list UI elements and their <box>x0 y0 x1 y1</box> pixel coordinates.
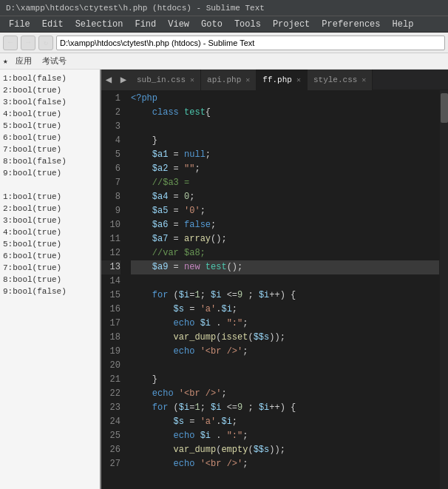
tab-label: api.php <box>207 75 241 84</box>
output-line: 8:bool(false) <box>3 155 97 167</box>
menu-find[interactable]: Find <box>129 18 162 31</box>
output-line: 1:bool(true) <box>3 191 97 203</box>
code-line-11: $a7 = array(); <box>131 232 439 246</box>
line-num: 26 <box>101 443 121 457</box>
menu-project[interactable]: Project <box>267 18 316 31</box>
tab-label: style.css <box>313 75 357 84</box>
output-line: 5:bool(true) <box>3 238 97 250</box>
line-num: 15 <box>101 289 121 303</box>
code-line-14 <box>131 274 439 289</box>
line-num: 9 <box>101 204 121 218</box>
code-line-17: echo $i . ":"; <box>131 317 439 331</box>
bookmark-apps[interactable]: 应用 <box>13 55 35 67</box>
tab-ff-php[interactable]: ff.php ✕ <box>257 70 308 90</box>
output-line: 4:bool(true) <box>3 108 97 120</box>
tab-label: ff.php <box>262 75 292 84</box>
tab-style-css[interactable]: style.css ✕ <box>308 70 373 90</box>
code-line-25: echo $i . ":"; <box>131 429 439 443</box>
output-line: 3:bool(false) <box>3 96 97 108</box>
code-line-7: //$a3 = <box>131 176 439 190</box>
reload-button[interactable]: ↻ <box>38 36 53 50</box>
code-line-21: } <box>131 373 439 387</box>
code-line-5: $a1 = null; <box>131 148 439 162</box>
menu-preferences[interactable]: Preferences <box>316 18 386 31</box>
line-num: 18 <box>101 331 121 345</box>
output-line: 2:bool(true) <box>3 84 97 96</box>
bookmark-exam[interactable]: 考试号 <box>39 55 69 67</box>
line-num: 5 <box>101 148 121 162</box>
output-line: 9:bool(false) <box>3 286 97 297</box>
output-line: 7:bool(true) <box>3 262 97 274</box>
line-num: 3 <box>101 120 121 134</box>
main-content: 1:bool(false) 2:bool(true) 3:bool(false)… <box>0 70 448 489</box>
output-line: 2:bool(true) <box>3 203 97 215</box>
tab-api-php[interactable]: api.php ✕ <box>201 70 257 90</box>
code-line-1: <?php <box>131 92 439 106</box>
tab-close-api-php[interactable]: ✕ <box>245 75 250 84</box>
tab-close-style-css[interactable]: ✕ <box>362 75 366 84</box>
line-numbers: 1 2 3 4 5 6 7 8 9 10 11 12 13 14 15 16 1… <box>101 90 125 489</box>
tab-close-ff-php[interactable]: ✕ <box>296 75 301 84</box>
line-num: 24 <box>101 415 121 429</box>
code-line-4: } <box>131 134 439 148</box>
menu-edit[interactable]: Edit <box>36 18 69 31</box>
code-line-2: class test{ <box>131 106 439 120</box>
menu-tools[interactable]: Tools <box>228 18 267 31</box>
output-line: 6:bool(true) <box>3 132 97 144</box>
line-num: 23 <box>101 401 121 415</box>
tab-scroll-right[interactable]: ▶ <box>116 70 131 90</box>
code-line-22: echo '<br />'; <box>131 387 439 401</box>
code-line-26: var_dump(empty($$s)); <box>131 443 439 457</box>
code-line-20 <box>131 359 439 373</box>
forward-button[interactable]: → <box>21 36 35 50</box>
code-line-24: $s = 'a'.$i; <box>131 415 439 429</box>
menu-bar: File Edit Selection Find View Goto Tools… <box>0 16 448 33</box>
back-button[interactable]: ← <box>3 36 18 50</box>
title-bar: D:\xampp\htdocs\ctytest\h.php (htdocs) -… <box>0 0 448 16</box>
code-content[interactable]: <?php class test{ } $a1 = null; $a2 = ""… <box>125 90 439 489</box>
code-line-16: $s = 'a'.$i; <box>131 303 439 317</box>
minimap-thumb[interactable] <box>441 93 448 123</box>
line-num: 22 <box>101 387 121 401</box>
tab-close-sub-in-css[interactable]: ✕ <box>190 75 194 84</box>
output-line <box>3 179 97 191</box>
address-bar[interactable] <box>56 36 445 50</box>
line-num: 11 <box>101 232 121 246</box>
code-line-19: echo '<br />'; <box>131 345 439 359</box>
output-line: 4:bool(true) <box>3 226 97 238</box>
code-line-6: $a2 = ""; <box>131 162 439 176</box>
output-line: 8:bool(true) <box>3 274 97 286</box>
line-num: 20 <box>101 359 121 373</box>
line-num: 17 <box>101 317 121 331</box>
code-line-15: for ($i=1; $i <=9 ; $i++) { <box>131 289 439 303</box>
code-line-9: $a5 = '0'; <box>131 204 439 218</box>
menu-goto[interactable]: Goto <box>195 18 228 31</box>
code-line-3 <box>131 120 439 134</box>
tab-scroll-left[interactable]: ◀ <box>101 70 116 90</box>
code-editor[interactable]: 1 2 3 4 5 6 7 8 9 10 11 12 13 14 15 16 1… <box>101 90 448 489</box>
minimap-scrollbar[interactable] <box>439 90 448 489</box>
line-num: 6 <box>101 162 121 176</box>
menu-help[interactable]: Help <box>387 18 420 31</box>
output-panel: 1:bool(false) 2:bool(true) 3:bool(false)… <box>0 70 101 489</box>
tab-bar: ◀ ▶ sub_in.css ✕ api.php ✕ ff.php ✕ styl… <box>101 70 448 90</box>
line-num: 10 <box>101 218 121 232</box>
menu-view[interactable]: View <box>162 18 195 31</box>
line-num: 4 <box>101 134 121 148</box>
line-num-highlighted: 13 <box>101 260 121 274</box>
browser-toolbar: ← → ↻ <box>0 33 448 53</box>
output-line: 1:bool(false) <box>3 72 97 84</box>
output-line: 7:bool(true) <box>3 144 97 155</box>
code-line-23: for ($i=1; $i <=9 ; $i++) { <box>131 401 439 415</box>
code-line-12: //var $a8; <box>131 246 439 260</box>
bookmark-bar: ★ 应用 考试号 <box>0 53 448 70</box>
menu-file[interactable]: File <box>3 18 36 31</box>
line-num: 2 <box>101 106 121 120</box>
line-num: 8 <box>101 190 121 204</box>
output-line: 9:bool(true) <box>3 167 97 179</box>
tab-label: sub_in.css <box>137 75 186 84</box>
output-line: 5:bool(true) <box>3 120 97 132</box>
tab-sub-in-css[interactable]: sub_in.css ✕ <box>131 70 201 90</box>
menu-selection[interactable]: Selection <box>69 18 129 31</box>
line-num: 21 <box>101 373 121 387</box>
